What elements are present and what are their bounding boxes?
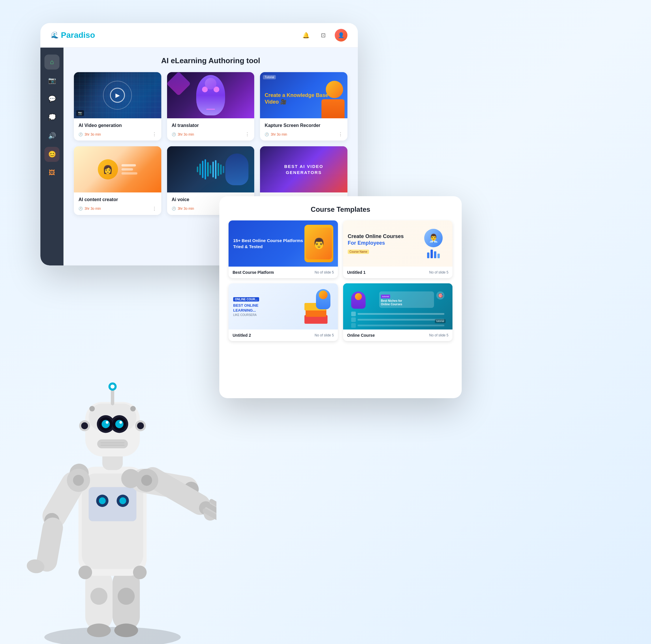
svg-rect-54 [111,388,114,405]
logo-icon: 🌊 [51,31,59,39]
svg-rect-23 [204,501,216,517]
expand-button[interactable]: ⊡ [317,29,329,41]
svg-point-20 [196,499,215,518]
sidebar-item-face[interactable]: 😊 [44,147,59,162]
course-templates-grid: 15+ Best Online Course Platforms Tried &… [228,220,453,341]
svg-point-39 [99,417,113,431]
card-ai-translator[interactable]: AI translator 🕐 3hr 3o min ⋮ [167,72,254,141]
more-options-ai-video[interactable]: ⋮ [152,131,157,137]
svg-point-51 [137,422,144,429]
course-thumb-best-platform: 15+ Best Online Course Platforms Tried &… [228,220,338,267]
more-options-kapture[interactable]: ⋮ [338,131,343,137]
cards-grid: ▶ 📷 AI Video generation 🕐 [74,72,347,215]
course-card-bottom-1: Best Course Platform No of slide 5 [228,267,338,278]
course-card-best-platform[interactable]: 15+ Best Online Course Platforms Tried &… [228,220,338,278]
svg-point-48 [79,420,90,431]
user-avatar[interactable]: 👤 [335,29,347,41]
svg-point-41 [101,420,110,428]
card-thumb-ai-translator [167,72,254,118]
course-card-slides-3: No of slide 5 [314,333,334,337]
course-card-name-4: Online Course [347,333,375,338]
course-card-bottom-3: Untitled 2 No of slide 5 [228,330,338,341]
card-body-ai-video: AI Video generation 🕐 3hr 3o min ⋮ [74,118,161,141]
sidebar-item-sound[interactable]: 🔊 [44,128,59,144]
svg-point-18 [183,481,200,498]
neural-face-graphic [196,75,225,115]
card-body-ai-translator: AI translator 🕐 3hr 3o min ⋮ [167,118,254,141]
svg-rect-22 [202,508,216,522]
card-ai-content[interactable]: 👩 AI content creator 🕐 [74,146,161,215]
course-card-employees[interactable]: Create Online Courses For Employees Cour… [343,220,453,278]
svg-point-0 [44,627,181,644]
svg-rect-36 [89,404,136,431]
course-thumb-right-3 [299,286,333,327]
course-card-slides-4: No of slide 5 [429,333,448,337]
sidebar-item-video[interactable]: 📷 [44,73,59,88]
svg-point-31 [135,469,158,492]
card-kapture[interactable]: Tutorial Create a Knowledge Base Video 🎥… [260,72,347,141]
card-meta-ai-content: 🕐 3hr 3o min ⋮ [79,206,157,212]
section-title: AI eLearning Authoring tool [74,56,347,65]
tutorial-label-ct4: tutorial [435,319,445,323]
card-ai-video[interactable]: ▶ 📷 AI Video generation 🕐 [74,72,161,141]
course-thumb-left-1: 15+ Best Online Course Platforms Tried &… [233,238,304,250]
chat-icon: 💬 [48,95,56,103]
card-thumb-ai-voice [167,146,254,192]
video-icon: 📷 [48,77,56,84]
svg-point-30 [67,469,90,492]
svg-point-38 [111,415,128,433]
sidebar: ⌂ 📷 💬 💭 🔊 😊 🖼 [40,48,63,266]
svg-rect-7 [79,466,147,576]
card-thumb-ai-generators: BEST AI VIDEOGENERATORS [260,146,347,192]
header-icons: 🔔 ⊡ 👤 [300,29,347,41]
svg-rect-24 [209,498,216,511]
course-thumb-right-1: 👨 [304,225,333,262]
svg-rect-45 [97,439,128,449]
course-card-name-1: Best Course Platform [232,270,274,275]
card-title-ai-content: AI content creator [79,196,157,203]
sidebar-item-image[interactable]: 🖼 [44,165,59,180]
course-card-untitled-2[interactable]: ONLINE COUR... BEST ONLINELEARNING... LI… [228,283,338,341]
sidebar-item-home[interactable]: ⌂ [44,55,59,69]
ct3-title: BEST ONLINELEARNING... [233,303,299,313]
card-meta-ai-translator: 🕐 3hr 3o min ⋮ [172,131,250,137]
course-thumb-left-3: ONLINE COUR... BEST ONLINELEARNING... LI… [233,296,299,317]
svg-rect-25 [38,467,89,532]
svg-point-14 [79,565,92,579]
home-icon: ⌂ [50,58,54,66]
svg-point-52 [89,406,95,411]
svg-point-56 [111,385,115,389]
card-time-ai-video: 🕐 3hr 3o min [79,132,101,136]
svg-point-33 [141,475,152,486]
more-options-ai-translator[interactable]: ⋮ [245,131,250,137]
course-card-name-3: Untitled 2 [232,333,251,338]
card-time-ai-voice: 🕐 3hr 3o min [172,207,194,211]
svg-rect-8 [82,473,144,569]
card-thumb-kapture: Tutorial Create a Knowledge Base Video 🎥 [260,72,347,118]
svg-point-49 [81,422,88,429]
sidebar-item-bubble[interactable]: 💭 [44,110,59,125]
svg-point-50 [135,420,146,431]
course-card-online-course[interactable]: tutorial Best Niches forOnline Courses 🎯 [343,283,453,341]
course-card-slides-2: No of slide 5 [429,270,448,274]
sidebar-item-chat[interactable]: 💬 [44,91,59,106]
svg-point-3 [90,588,107,605]
svg-point-17 [120,467,142,490]
svg-point-12 [99,497,106,504]
card-time-ai-content: 🕐 3hr 3o min [79,207,101,211]
notification-button[interactable]: 🔔 [300,29,312,41]
clock-icon: 🕐 [79,132,83,136]
svg-rect-2 [113,569,140,631]
svg-point-11 [117,494,129,507]
course-card-bottom-4: Online Course No of slide 5 [343,330,453,341]
bubble-icon: 💭 [48,114,56,121]
avatar-icon: 👤 [338,32,344,38]
card-meta-kapture: 🕐 3hr 3o min ⋮ [265,131,343,137]
more-options-ai-content[interactable]: ⋮ [152,206,157,212]
svg-point-5 [87,623,111,637]
svg-rect-34 [102,450,123,470]
svg-point-13 [120,497,126,504]
svg-rect-35 [85,402,140,456]
svg-point-42 [115,420,123,428]
face-icon: 😊 [48,151,56,158]
